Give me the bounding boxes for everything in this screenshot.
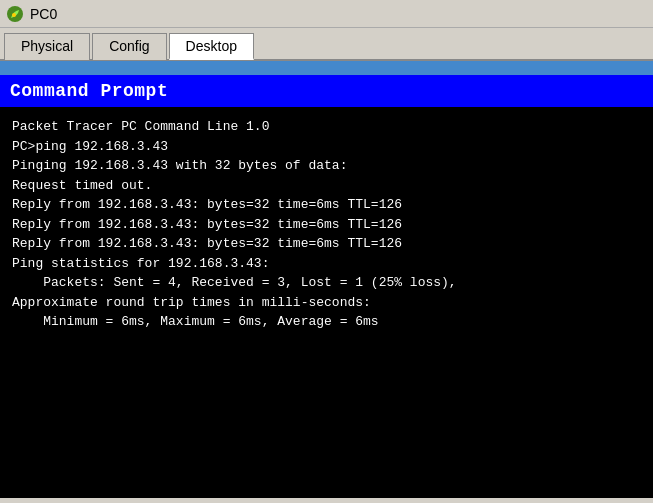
cmd-line: PC>ping 192.168.3.43 xyxy=(12,137,641,157)
title-bar: PC0 xyxy=(0,0,653,28)
tab-config[interactable]: Config xyxy=(92,33,166,60)
window-title: PC0 xyxy=(30,6,57,22)
cmd-title-bar: Command Prompt xyxy=(0,75,653,107)
cmd-line: Ping statistics for 192.168.3.43: xyxy=(12,254,641,274)
pc-icon xyxy=(6,5,24,23)
tab-physical[interactable]: Physical xyxy=(4,33,90,60)
cmd-line: Request timed out. xyxy=(12,176,641,196)
cmd-line: Pinging 192.168.3.43 with 32 bytes of da… xyxy=(12,156,641,176)
tab-desktop[interactable]: Desktop xyxy=(169,33,254,60)
cmd-line: Minimum = 6ms, Maximum = 6ms, Average = … xyxy=(12,312,641,332)
scroll-area xyxy=(0,61,653,75)
cmd-line: Packets: Sent = 4, Received = 3, Lost = … xyxy=(12,273,641,293)
cmd-line: Reply from 192.168.3.43: bytes=32 time=6… xyxy=(12,234,641,254)
svg-point-1 xyxy=(12,13,16,17)
cmd-line: Reply from 192.168.3.43: bytes=32 time=6… xyxy=(12,215,641,235)
command-prompt-window: Command Prompt Packet Tracer PC Command … xyxy=(0,75,653,498)
cmd-body[interactable]: Packet Tracer PC Command Line 1.0PC>ping… xyxy=(0,107,653,498)
tab-bar: Physical Config Desktop xyxy=(0,28,653,61)
cmd-line: Reply from 192.168.3.43: bytes=32 time=6… xyxy=(12,195,641,215)
cmd-line: Approximate round trip times in milli-se… xyxy=(12,293,641,313)
cmd-line: Packet Tracer PC Command Line 1.0 xyxy=(12,117,641,137)
